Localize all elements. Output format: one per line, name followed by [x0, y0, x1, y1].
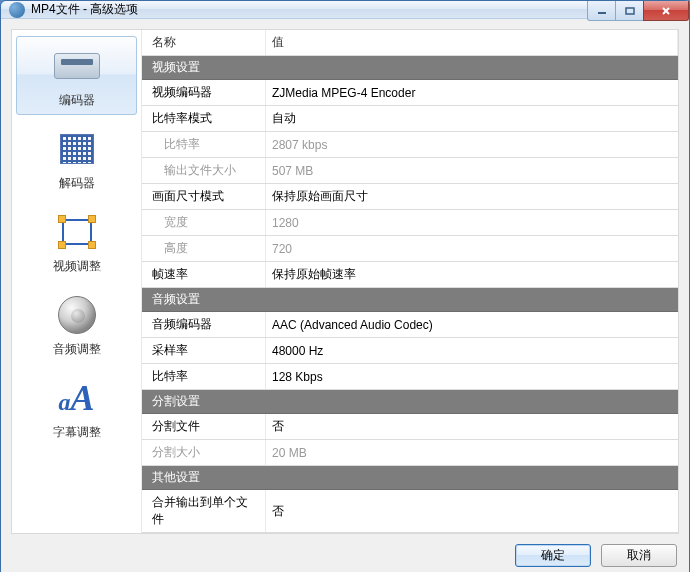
cell-value: 保持原始帧速率: [266, 262, 678, 287]
close-button[interactable]: [643, 1, 689, 21]
row-bitrate-mode[interactable]: 比特率模式 自动: [142, 106, 678, 132]
grid-body[interactable]: 视频设置 视频编码器 ZJMedia MPEG-4 Encoder 比特率模式 …: [142, 56, 678, 533]
client-area: 编码器 解码器 视频调整 音频调整 aA: [1, 19, 689, 572]
cell-name: 分割大小: [142, 440, 266, 465]
dialog-buttons: 确定 取消: [11, 544, 679, 567]
titlebar[interactable]: MP4文件 - 高级选项: [1, 1, 689, 19]
cell-value: 否: [266, 414, 678, 439]
encoder-icon: [53, 46, 101, 86]
cell-name: 合并输出到单个文件: [142, 490, 266, 532]
cell-name: 采样率: [142, 338, 266, 363]
main-panel: 编码器 解码器 视频调整 音频调整 aA: [11, 29, 679, 534]
cell-name: 帧速率: [142, 262, 266, 287]
cell-value: 否: [266, 499, 678, 524]
section-split: 分割设置: [142, 390, 678, 414]
row-bitrate: 比特率 2807 kbps: [142, 132, 678, 158]
subtitle-adjust-icon: aA: [53, 378, 101, 418]
sidebar-item-video-adjust[interactable]: 视频调整: [16, 202, 137, 281]
cell-value: AAC (Advanced Audio Codec): [266, 314, 678, 336]
svg-rect-1: [626, 8, 634, 14]
audio-adjust-icon: [53, 295, 101, 335]
sidebar-item-encoder[interactable]: 编码器: [16, 36, 137, 115]
video-adjust-icon: [53, 212, 101, 252]
window-controls: [588, 1, 689, 21]
cell-value: 20 MB: [266, 442, 678, 464]
cell-value: 保持原始画面尺寸: [266, 184, 678, 209]
cell-value: 48000 Hz: [266, 340, 678, 362]
sidebar-item-label: 视频调整: [53, 258, 101, 275]
cell-name: 宽度: [142, 210, 266, 235]
sidebar-item-label: 编码器: [59, 92, 95, 109]
column-header-name[interactable]: 名称: [142, 30, 266, 55]
row-size-mode[interactable]: 画面尺寸模式 保持原始画面尺寸: [142, 184, 678, 210]
maximize-button[interactable]: [615, 1, 644, 21]
sidebar-item-label: 音频调整: [53, 341, 101, 358]
window-frame: MP4文件 - 高级选项 编码器 解码器: [0, 0, 690, 572]
sidebar: 编码器 解码器 视频调整 音频调整 aA: [12, 30, 142, 533]
settings-grid: 名称 值 视频设置 视频编码器 ZJMedia MPEG-4 Encoder 比…: [142, 30, 678, 533]
sidebar-item-audio-adjust[interactable]: 音频调整: [16, 285, 137, 364]
cell-value: 128 Kbps: [266, 366, 678, 388]
cell-name: 比特率模式: [142, 106, 266, 131]
cell-value: 507 MB: [266, 160, 678, 182]
cell-name: 输出文件大小: [142, 158, 266, 183]
cell-value: 自动: [266, 106, 678, 131]
ok-button[interactable]: 确定: [515, 544, 591, 567]
column-header-value[interactable]: 值: [266, 30, 678, 55]
cell-value: 720: [266, 238, 678, 260]
row-sample-rate[interactable]: 采样率 48000 Hz: [142, 338, 678, 364]
row-output-size: 输出文件大小 507 MB: [142, 158, 678, 184]
row-merge-single[interactable]: 合并输出到单个文件 否: [142, 490, 678, 533]
window-title: MP4文件 - 高级选项: [31, 1, 138, 18]
cell-value: 1280: [266, 212, 678, 234]
section-other: 其他设置: [142, 466, 678, 490]
grid-header: 名称 值: [142, 30, 678, 56]
row-height: 高度 720: [142, 236, 678, 262]
cell-name: 画面尺寸模式: [142, 184, 266, 209]
cell-name: 比特率: [142, 364, 266, 389]
row-width: 宽度 1280: [142, 210, 678, 236]
cell-name: 视频编码器: [142, 80, 266, 105]
row-audio-bitrate[interactable]: 比特率 128 Kbps: [142, 364, 678, 390]
decoder-icon: [53, 129, 101, 169]
row-split-size: 分割大小 20 MB: [142, 440, 678, 466]
row-audio-encoder[interactable]: 音频编码器 AAC (Advanced Audio Codec): [142, 312, 678, 338]
sidebar-item-decoder[interactable]: 解码器: [16, 119, 137, 198]
row-fps[interactable]: 帧速率 保持原始帧速率: [142, 262, 678, 288]
minimize-button[interactable]: [587, 1, 616, 21]
cell-name: 高度: [142, 236, 266, 261]
cell-name: 分割文件: [142, 414, 266, 439]
cell-value: ZJMedia MPEG-4 Encoder: [266, 82, 678, 104]
sidebar-item-label: 解码器: [59, 175, 95, 192]
section-audio: 音频设置: [142, 288, 678, 312]
cell-value: 2807 kbps: [266, 134, 678, 156]
row-video-encoder[interactable]: 视频编码器 ZJMedia MPEG-4 Encoder: [142, 80, 678, 106]
section-video: 视频设置: [142, 56, 678, 80]
cell-name: 比特率: [142, 132, 266, 157]
sidebar-item-label: 字幕调整: [53, 424, 101, 441]
row-split-file[interactable]: 分割文件 否: [142, 414, 678, 440]
cell-name: 音频编码器: [142, 312, 266, 337]
app-icon: [9, 2, 25, 18]
sidebar-item-subtitle-adjust[interactable]: aA 字幕调整: [16, 368, 137, 447]
cancel-button[interactable]: 取消: [601, 544, 677, 567]
